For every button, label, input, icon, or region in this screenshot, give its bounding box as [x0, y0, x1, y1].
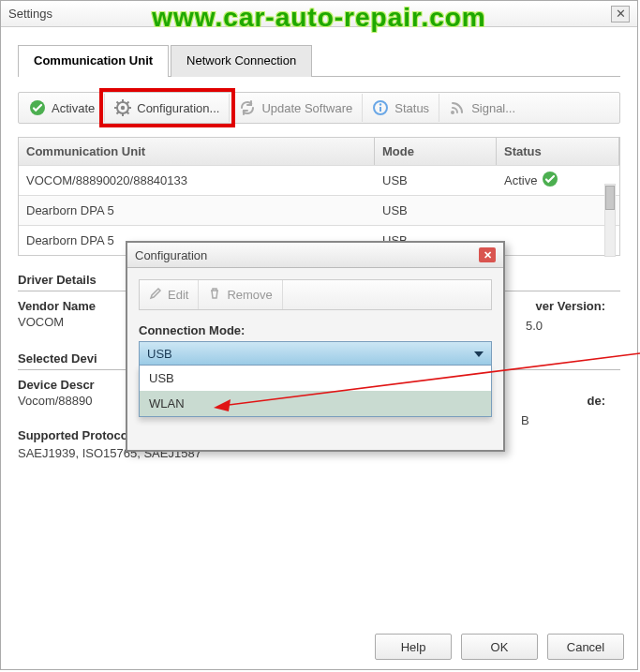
configuration-button[interactable]: Configuration... [105, 94, 230, 122]
button-label: Activate [52, 101, 95, 115]
cell-cu: VOCOM/88890020/88840133 [19, 173, 375, 187]
cell-cu: Dearborn DPA 5 [19, 203, 375, 217]
connection-mode-label: Connection Mode: [139, 323, 492, 337]
device-descr-label: Device Descr [18, 378, 140, 392]
toolbar: Activate Configuration... Update Softwar… [18, 92, 620, 124]
button-label: Status [394, 101, 429, 115]
tab-communication-unit[interactable]: Communication Unit [18, 45, 169, 77]
svg-line-8 [127, 112, 128, 113]
mode-peek-label: de: [588, 394, 606, 408]
gear-icon [114, 99, 131, 116]
dialog-close-button[interactable]: ✕ [479, 247, 496, 262]
svg-line-7 [117, 102, 119, 104]
cell-status: Active [497, 171, 619, 190]
svg-point-12 [380, 103, 381, 105]
status-button[interactable]: Status [363, 94, 439, 122]
close-icon: ✕ [616, 7, 626, 21]
scrollbar-thumb[interactable] [605, 186, 615, 210]
table-header: Communication Unit Mode Status [19, 138, 619, 165]
button-label: Remove [227, 288, 272, 302]
update-software-button[interactable]: Update Software [230, 94, 363, 122]
button-label: Configuration... [137, 101, 219, 115]
close-button[interactable]: ✕ [611, 6, 630, 22]
button-label: Signal... [471, 101, 515, 115]
check-circle-icon [29, 99, 46, 116]
col-header-cu[interactable]: Communication Unit [19, 138, 375, 165]
activate-button[interactable]: Activate [20, 94, 105, 122]
refresh-icon [239, 99, 256, 116]
dialog-titlebar: Configuration ✕ [127, 243, 503, 268]
connection-mode-combo[interactable]: USB USB WLAN [139, 341, 492, 366]
check-circle-icon [542, 171, 558, 190]
cell-mode: USB [375, 203, 497, 217]
vendor-value: VOCOM [18, 315, 140, 329]
table-row[interactable]: Dearborn DPA 5 USB [19, 195, 619, 225]
dialog-footer: Help OK Cancel [375, 634, 624, 660]
combo-option-usb[interactable]: USB [140, 366, 491, 391]
signal-button[interactable]: Signal... [439, 94, 525, 122]
vendor-label: Vendor Name [18, 299, 140, 313]
tab-label: Network Connection [186, 53, 296, 67]
supported-protocols-label: Supported Protocols: [18, 428, 142, 442]
button-label: Edit [168, 288, 188, 302]
dialog-body: Edit Remove Connection Mode: USB USB WLA… [127, 268, 503, 377]
col-header-status[interactable]: Status [497, 138, 619, 165]
tab-network-connection[interactable]: Network Connection [171, 45, 312, 77]
combo-selected[interactable]: USB [139, 341, 492, 366]
edit-button[interactable]: Edit [140, 280, 199, 309]
col-header-mode[interactable]: Mode [375, 138, 497, 165]
svg-point-14 [451, 111, 454, 114]
trash-icon [208, 287, 221, 303]
titlebar: Settings ✕ [1, 1, 637, 27]
remove-button[interactable]: Remove [199, 280, 282, 309]
status-text: Active [504, 173, 537, 187]
mode-peek-value: B [521, 413, 605, 427]
combo-selected-text: USB [147, 347, 172, 361]
combo-option-wlan[interactable]: WLAN [140, 391, 491, 416]
svg-line-9 [127, 102, 128, 104]
table-scrollbar[interactable] [604, 184, 616, 257]
info-icon [372, 99, 389, 116]
comm-unit-table: Communication Unit Mode Status VOCOM/888… [18, 137, 620, 256]
window-title: Settings [8, 7, 611, 21]
tab-label: Communication Unit [34, 53, 153, 67]
ok-button[interactable]: OK [461, 634, 538, 660]
device-descr-value: Vocom/88890 [18, 394, 140, 408]
combo-dropdown: USB WLAN [139, 366, 492, 417]
cancel-button[interactable]: Cancel [547, 634, 624, 660]
help-button[interactable]: Help [375, 634, 452, 660]
signal-icon [449, 99, 466, 116]
tabstrip: Communication Unit Network Connection [18, 44, 620, 77]
cell-mode: USB [375, 173, 497, 187]
dialog-toolbar: Edit Remove [139, 279, 492, 310]
svg-rect-13 [380, 107, 381, 112]
table-row[interactable]: VOCOM/88890020/88840133 USB Active [19, 165, 619, 195]
svg-point-2 [121, 106, 125, 110]
driver-version-label: ver Version: [536, 299, 605, 313]
pencil-icon [149, 287, 162, 303]
button-label: Update Software [261, 101, 352, 115]
svg-line-10 [117, 112, 119, 113]
dialog-title: Configuration [135, 248, 479, 262]
driver-version-value: 5.0 [526, 319, 605, 333]
configuration-dialog: Configuration ✕ Edit Remove Connection M… [126, 241, 505, 452]
